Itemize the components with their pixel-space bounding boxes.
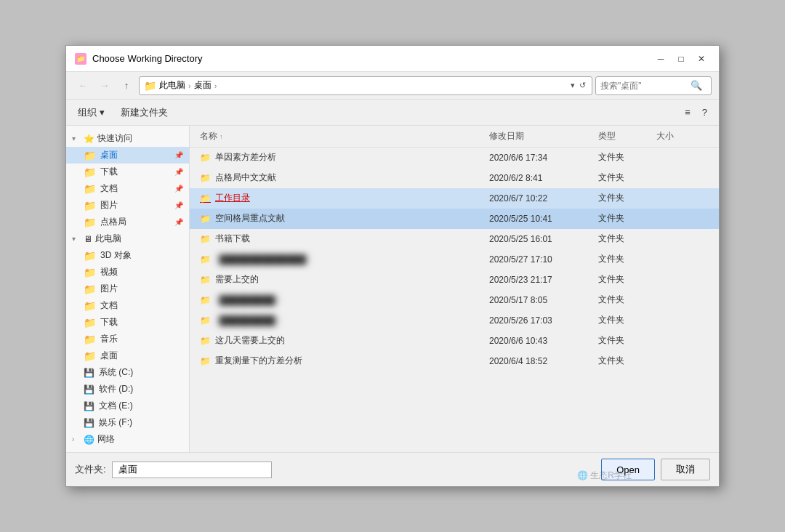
col-type[interactable]: 类型 — [595, 129, 653, 144]
file-size-4 — [653, 238, 712, 241]
col-name[interactable]: 名称 ↑ — [197, 129, 486, 144]
file-row-5[interactable]: 📁 ██████████████ 2020/5/27 17:10 文件夹 — [190, 249, 719, 270]
file-date-2: 2020/6/7 10:22 — [486, 192, 595, 205]
organize-button[interactable]: 组织 ▾ — [73, 104, 109, 121]
sidebar-item-drive-e[interactable]: 💾 文档 (E:) — [66, 398, 189, 414]
sidebar-item-music-label: 音乐 — [100, 333, 118, 345]
drive-e-icon: 💾 — [84, 401, 94, 411]
file-row-10[interactable]: 📁 重复测量下的方差分析 2020/6/4 18:52 文件夹 — [190, 351, 719, 371]
sidebar-item-dgeju[interactable]: 📁 点格局 📌 — [66, 214, 189, 230]
folder-icon-docs: 📁 — [84, 183, 96, 195]
file-name-5: 📁 ██████████████ — [197, 253, 486, 266]
file-type-10: 文件夹 — [595, 353, 653, 368]
sidebar: ▾ ⭐ 快速访问 📁 桌面 📌 📁 下载 📌 📁 文档 📌 📁 图 — [66, 126, 190, 452]
sidebar-item-desktop-label: 桌面 — [100, 149, 118, 161]
file-size-9 — [653, 339, 712, 342]
col-date[interactable]: 修改日期 — [486, 129, 595, 144]
file-row-8[interactable]: 📁 █████████ 2020/5/26 17:03 文件夹 — [190, 310, 719, 331]
address-bar[interactable]: 📁 此电脑 › 桌面 › ▾ ↺ — [139, 76, 592, 95]
file-list-scroll[interactable]: 名称 ↑ 修改日期 类型 大小 📁 — [190, 126, 719, 452]
folder-input[interactable] — [112, 462, 272, 478]
sidebar-item-drive-f[interactable]: 💾 娱乐 (F:) — [66, 414, 189, 431]
sidebar-item-documents[interactable]: 📁 文档 📌 — [66, 180, 189, 197]
path-part-pc[interactable]: 此电脑 — [159, 79, 185, 92]
sidebar-item-pictures-label: 图片 — [100, 199, 118, 211]
address-refresh-btn[interactable]: ↺ — [578, 81, 587, 90]
file-type-9: 文件夹 — [595, 333, 653, 348]
forward-button[interactable]: → — [95, 76, 114, 95]
minimize-button[interactable]: ─ — [652, 50, 669, 68]
help-button[interactable]: ? — [698, 105, 712, 120]
sidebar-network-label: 网络 — [97, 433, 115, 446]
file-row-1[interactable]: 📁 点格局中文文献 2020/6/2 8:41 文件夹 — [190, 168, 719, 188]
file-row-7[interactable]: 📁 █████████ 2020/5/17 8:05 文件夹 — [190, 290, 719, 310]
file-name-7: 📁 █████████ — [197, 294, 486, 307]
file-size-3 — [653, 217, 712, 220]
sidebar-item-video[interactable]: 📁 视频 — [66, 264, 189, 281]
file-row-2[interactable]: 📁 工作目录 2020/6/7 10:22 文件夹 — [190, 188, 719, 209]
file-name-8: 📁 █████████ — [197, 314, 486, 327]
address-path: 此电脑 › 桌面 › — [159, 79, 566, 92]
folder-icon-pics2: 📁 — [84, 283, 96, 295]
folder-icon-desktop: 📁 — [84, 150, 96, 161]
file-size-10 — [653, 360, 712, 363]
sidebar-item-desktop2-label: 桌面 — [100, 350, 118, 362]
folder-icon-docs2: 📁 — [84, 300, 96, 312]
folder-icon-3d: 📁 — [84, 250, 96, 262]
folder-icon-downloads: 📁 — [84, 166, 96, 178]
sidebar-item-pics2[interactable]: 📁 图片 — [66, 281, 189, 297]
sidebar-item-drive-d[interactable]: 💾 软件 (D:) — [66, 381, 189, 398]
sidebar-quick-access-header[interactable]: ▾ ⭐ 快速访问 — [66, 130, 189, 147]
file-size-2 — [653, 197, 712, 200]
sidebar-item-downloads[interactable]: 📁 下载 📌 — [66, 164, 189, 180]
address-dropdown-btn[interactable]: ▾ — [569, 81, 576, 90]
view-button[interactable]: ≡ — [680, 105, 695, 120]
file-row-9[interactable]: 📁 这几天需要上交的 2020/6/6 10:43 文件夹 — [190, 331, 719, 351]
file-size-5 — [653, 258, 712, 261]
file-type-5: 文件夹 — [595, 251, 653, 267]
folder-icon-video: 📁 — [84, 267, 96, 278]
file-date-10: 2020/6/4 18:52 — [486, 355, 595, 368]
file-name-6: 📁 需要上交的 — [197, 272, 486, 287]
pin-icon-dg: 📌 — [174, 218, 183, 226]
search-input[interactable] — [600, 81, 688, 91]
col-type-label: 类型 — [598, 130, 616, 142]
sidebar-item-music[interactable]: 📁 音乐 — [66, 331, 189, 347]
file-name-text-0: 单因素方差分析 — [215, 151, 276, 164]
expand-icon-pc: ▾ — [72, 235, 81, 243]
sidebar-item-docs2[interactable]: 📁 文档 — [66, 297, 189, 314]
path-part-desktop[interactable]: 桌面 — [194, 79, 212, 92]
folder-label-area: 文件夹: — [75, 462, 272, 478]
file-row-0[interactable]: 📁 单因素方差分析 2020/6/6 17:34 文件夹 — [190, 148, 719, 168]
address-dropdown: ▾ ↺ — [569, 81, 587, 90]
sidebar-item-dl2[interactable]: 📁 下载 — [66, 314, 189, 331]
sidebar-item-pictures[interactable]: 📁 图片 📌 — [66, 197, 189, 214]
sidebar-network-header[interactable]: › 🌐 网络 — [66, 431, 189, 448]
new-folder-button[interactable]: 新建文件夹 — [116, 104, 172, 121]
back-button[interactable]: ← — [73, 76, 92, 95]
sidebar-item-drive-c[interactable]: 💾 系统 (C:) — [66, 364, 189, 381]
file-type-6: 文件夹 — [595, 272, 653, 287]
file-size-1 — [653, 177, 712, 180]
sidebar-item-desktop[interactable]: 📁 桌面 📌 — [66, 147, 189, 164]
up-button[interactable]: ↑ — [117, 76, 136, 95]
maximize-button[interactable]: □ — [672, 50, 690, 68]
file-name-text-2: 工作目录 — [215, 192, 250, 204]
sidebar-item-desktop2[interactable]: 📁 桌面 — [66, 347, 189, 364]
open-button[interactable]: Open — [601, 459, 655, 480]
sidebar-item-3d[interactable]: 📁 3D 对象 — [66, 247, 189, 264]
path-sep-2: › — [214, 81, 217, 90]
file-row-6[interactable]: 📁 需要上交的 2020/5/23 21:17 文件夹 — [190, 270, 719, 290]
file-row-4[interactable]: 📁 书籍下载 2020/5/25 16:01 文件夹 — [190, 229, 719, 249]
folder-icon-music: 📁 — [84, 334, 96, 345]
cancel-button[interactable]: 取消 — [661, 459, 710, 480]
sidebar-thispc-header[interactable]: ▾ 🖥 此电脑 — [66, 230, 189, 247]
sidebar-item-drive-c-label: 系统 (C:) — [99, 366, 133, 379]
dialog-window: 📁 Choose Working Directory ─ □ ✕ ← → ↑ 📁… — [65, 45, 720, 487]
drive-d-icon: 💾 — [84, 384, 94, 395]
close-button[interactable]: ✕ — [693, 50, 710, 68]
col-name-label: 名称 — [200, 130, 217, 142]
file-row-3[interactable]: 📁 空间格局重点文献 2020/5/25 10:41 文件夹 — [190, 209, 719, 229]
col-size[interactable]: 大小 — [653, 129, 712, 144]
network-icon: 🌐 — [84, 435, 94, 445]
